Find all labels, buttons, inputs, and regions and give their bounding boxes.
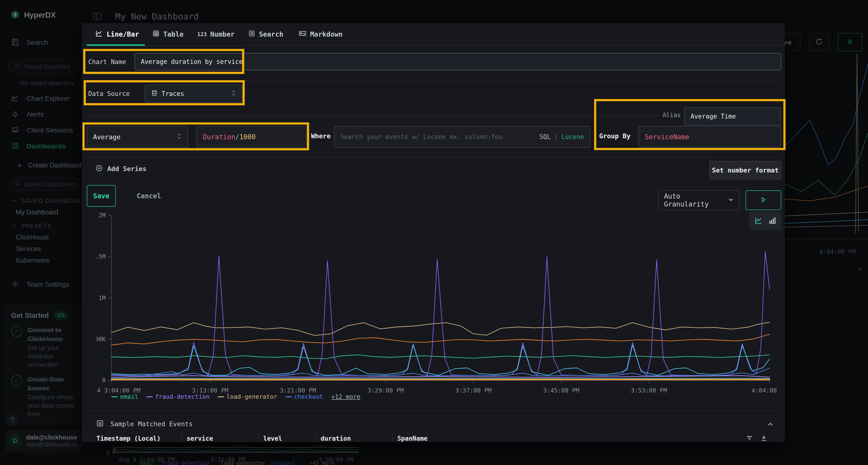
- legend-swatch: [146, 396, 153, 397]
- select-updown-icon: [231, 89, 236, 98]
- column-header-level[interactable]: level: [258, 434, 315, 442]
- svg-text:1M: 1M: [99, 295, 105, 301]
- data-source-select[interactable]: Traces: [145, 85, 243, 103]
- line-chart-icon: [95, 29, 103, 39]
- svg-text:0: 0: [102, 377, 105, 384]
- legend-more-link[interactable]: +12 more: [331, 393, 360, 400]
- granularity-select[interactable]: Auto Granularity: [658, 190, 740, 210]
- svg-text:Aug 4 3:04:00 PM: Aug 4 3:04:00 PM: [96, 387, 140, 394]
- field-expression-input[interactable]: Duration/1000: [196, 126, 307, 148]
- legend-label: fraud-detection: [155, 393, 210, 400]
- chart-editor-modal: Line/Bar Table 123 Number Search Markdow…: [82, 23, 785, 442]
- svg-text:3:21:00 PM: 3:21:00 PM: [280, 387, 316, 394]
- set-number-format-button[interactable]: Set number format: [709, 161, 781, 179]
- play-icon: [760, 196, 767, 204]
- legend-item[interactable]: checkout: [285, 393, 323, 400]
- table-icon: [152, 30, 160, 39]
- chart-legend: emailfraud-detectionload-generatorchecko…: [112, 393, 361, 400]
- svg-text:1.5M: 1.5M: [96, 253, 105, 260]
- chevron-down-icon: [728, 197, 734, 204]
- legend-label: load-generator: [226, 393, 277, 400]
- database-icon: [151, 90, 158, 98]
- where-placeholder: Search your events w/ Lucene ex. column:…: [340, 133, 502, 140]
- chart-type-toggle: [749, 211, 782, 230]
- legend-swatch: [218, 396, 224, 397]
- alias-input[interactable]: Average Time: [684, 107, 781, 126]
- divider: [87, 410, 780, 410]
- plus-circle-icon: [95, 164, 103, 173]
- bar-chart-toggle-icon[interactable]: [768, 216, 777, 226]
- divider: [87, 157, 780, 158]
- save-button[interactable]: Save: [87, 185, 116, 207]
- cancel-button[interactable]: Cancel: [131, 185, 166, 207]
- svg-text:3:45:00 PM: 3:45:00 PM: [543, 387, 579, 394]
- tab-table[interactable]: Table: [152, 23, 184, 45]
- alias-label: Alias: [662, 111, 681, 119]
- tabbar-divider: [82, 45, 785, 46]
- aggregation-select[interactable]: Average: [87, 126, 188, 148]
- text-cursor: [243, 57, 244, 66]
- select-updown-icon: [177, 133, 182, 141]
- group-by-input[interactable]: ServiceName: [639, 126, 781, 148]
- chart-name-label: Chart Name: [88, 58, 126, 66]
- document-icon: [248, 30, 255, 39]
- line-chart-toggle-icon[interactable]: [754, 216, 763, 226]
- app-root: HyperDX Search Saved Searches No saved s…: [0, 0, 868, 465]
- add-series-button[interactable]: Add Series: [95, 164, 147, 173]
- tab-markdown[interactable]: Markdown: [299, 23, 343, 45]
- legend-item[interactable]: load-generator: [218, 393, 277, 400]
- legend-item[interactable]: email: [112, 393, 138, 400]
- events-table-header: Timestamp (Local)serviceleveldurationSpa…: [96, 434, 774, 442]
- 123-icon: 123: [197, 31, 207, 37]
- svg-text:3:37:00 PM: 3:37:00 PM: [455, 387, 492, 394]
- divider: [87, 80, 780, 80]
- legend-swatch: [112, 396, 118, 397]
- legend-label: email: [120, 393, 138, 400]
- sample-matched-events-header[interactable]: Sample Matched Events: [96, 419, 193, 428]
- download-icon[interactable]: [760, 434, 768, 442]
- where-label: Where: [311, 132, 331, 140]
- preview-chart[interactable]: 0500K1M1.5M2MAug 4 3:04:00 PM3:13:00 PM3…: [96, 212, 776, 400]
- legend-swatch: [285, 396, 292, 397]
- column-header-timestamp-local-[interactable]: Timestamp (Local): [96, 434, 181, 442]
- lang-separator: |: [554, 133, 558, 140]
- svg-text:4:04:00 PM: 4:04:00 PM: [751, 387, 776, 394]
- markdown-icon: [299, 29, 307, 39]
- list-icon: [96, 419, 104, 428]
- column-header-service[interactable]: service: [181, 434, 258, 442]
- group-by-label: Group By: [599, 132, 630, 140]
- legend-item[interactable]: fraud-detection: [146, 393, 210, 400]
- filter-icon[interactable]: [745, 434, 753, 442]
- lucene-toggle[interactable]: Lucene: [561, 133, 584, 140]
- tab-number[interactable]: 123 Number: [197, 23, 235, 45]
- svg-text:2M: 2M: [99, 212, 105, 219]
- column-header-spanname[interactable]: SpanName: [392, 434, 493, 442]
- divider: [87, 115, 661, 115]
- collapse-chevron-icon[interactable]: [766, 420, 774, 429]
- legend-label: checkout: [294, 393, 323, 400]
- data-source-label: Data Source: [88, 90, 130, 97]
- chart-name-input[interactable]: Average duration by service: [134, 53, 781, 70]
- tab-search[interactable]: Search: [248, 23, 283, 45]
- svg-text:500K: 500K: [96, 336, 106, 343]
- chart-run-button[interactable]: [745, 190, 781, 210]
- tab-line-bar[interactable]: Line/Bar: [95, 23, 139, 45]
- svg-text:3:29:00 PM: 3:29:00 PM: [368, 387, 404, 394]
- sql-toggle[interactable]: SQL: [539, 133, 551, 140]
- column-header-duration[interactable]: duration: [315, 434, 392, 442]
- svg-text:3:13:00 PM: 3:13:00 PM: [192, 387, 228, 394]
- where-search-input[interactable]: Search your events w/ Lucene ex. column:…: [334, 126, 590, 148]
- svg-text:3:53:00 PM: 3:53:00 PM: [631, 387, 667, 394]
